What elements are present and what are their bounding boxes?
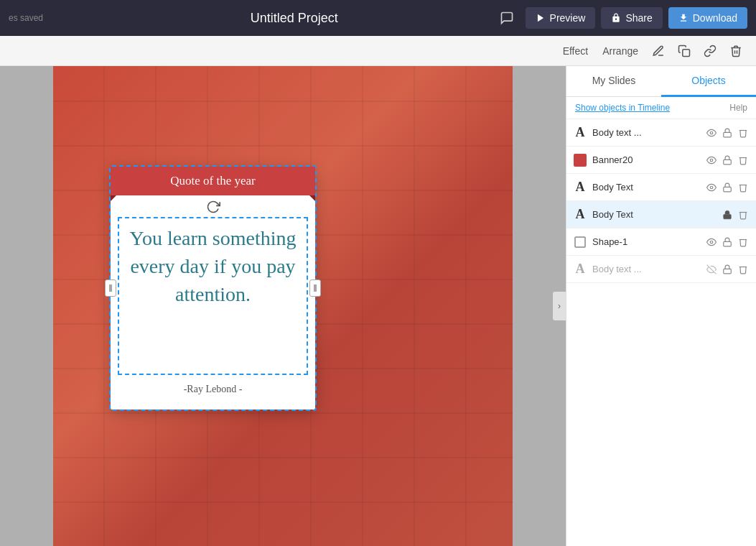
- delete-btn-3[interactable]: [736, 181, 750, 194]
- quote-author: -Ray Lebond -: [111, 384, 315, 395]
- arrange-label[interactable]: Arrange: [597, 42, 644, 60]
- main-layout: Quote of the year You learn something ev…: [0, 66, 756, 546]
- slide-canvas: Quote of the year You learn something ev…: [53, 66, 513, 546]
- download-button[interactable]: Download: [668, 7, 747, 29]
- object-name-6: Body text ...: [592, 264, 700, 274]
- object-icon-2: [572, 152, 588, 168]
- quote-text-container[interactable]: You learn something every day if you pay…: [118, 217, 308, 375]
- panel-tabs: My Slides Objects: [566, 66, 756, 97]
- tab-my-slides[interactable]: My Slides: [566, 66, 661, 97]
- object-controls-5: [704, 236, 750, 249]
- share-button[interactable]: Share: [601, 7, 662, 29]
- panel-header: Show objects in Timeline Help: [566, 97, 756, 119]
- object-controls-4: [720, 208, 750, 221]
- object-name-5: Shape-1: [592, 236, 700, 247]
- delete-btn-4[interactable]: [736, 208, 750, 221]
- object-controls-6: [704, 263, 750, 276]
- object-icon-4: A: [572, 207, 588, 223]
- object-controls-2: [704, 154, 750, 167]
- link-button[interactable]: [699, 41, 722, 61]
- objects-list: A Body text ...: [566, 119, 756, 546]
- style-button[interactable]: [647, 41, 670, 61]
- svg-rect-17: [724, 269, 732, 273]
- lock-btn-4[interactable]: [720, 208, 734, 221]
- svg-point-10: [710, 186, 713, 189]
- duplicate-button[interactable]: [673, 41, 696, 61]
- toolbar-actions: Effect Arrange: [557, 41, 747, 61]
- visibility-btn-5[interactable]: [704, 236, 719, 249]
- object-icon-5: [572, 234, 588, 250]
- comment-button[interactable]: [494, 6, 520, 29]
- lock-btn-3[interactable]: [720, 181, 734, 194]
- autosave-status: es saved: [9, 13, 95, 23]
- tab-objects[interactable]: Objects: [661, 66, 756, 97]
- topbar: es saved Untitled Project Preview Share …: [0, 0, 756, 36]
- svg-rect-9: [724, 159, 732, 164]
- quote-card[interactable]: Quote of the year You learn something ev…: [111, 167, 315, 410]
- preview-button[interactable]: Preview: [526, 7, 596, 29]
- resize-handle-right[interactable]: [309, 279, 321, 297]
- object-name-4: Body Text: [592, 209, 716, 220]
- svg-rect-11: [724, 187, 732, 191]
- object-name-3: Body Text: [592, 182, 700, 193]
- right-panel: My Slides Objects Show objects in Timeli…: [566, 66, 756, 546]
- canvas-area[interactable]: Quote of the year You learn something ev…: [0, 66, 566, 546]
- delete-btn-6[interactable]: [736, 263, 750, 276]
- object-controls-3: [704, 181, 750, 194]
- svg-rect-15: [724, 241, 732, 246]
- svg-rect-1: [683, 49, 690, 56]
- svg-rect-12: [724, 214, 732, 218]
- delete-btn-1[interactable]: [736, 126, 750, 139]
- topbar-actions: Preview Share Download: [494, 6, 747, 29]
- banner-ribbon: Quote of the year: [111, 167, 315, 195]
- project-title: Untitled Project: [95, 11, 494, 26]
- object-item-1[interactable]: A Body text ...: [566, 119, 756, 147]
- lock-btn-1[interactable]: [720, 126, 734, 139]
- object-item-5[interactable]: Shape-1: [566, 228, 756, 256]
- svg-point-6: [710, 131, 713, 134]
- quote-text: You learn something every day if you pay…: [125, 224, 301, 309]
- object-controls-1: [704, 126, 750, 139]
- lock-btn-2[interactable]: [720, 154, 734, 167]
- delete-btn-5[interactable]: [736, 236, 750, 249]
- object-name-1: Body text ...: [592, 127, 700, 138]
- object-icon-1: A: [572, 125, 588, 141]
- object-item-3[interactable]: A Body Text: [566, 174, 756, 201]
- svg-point-14: [710, 241, 713, 244]
- resize-handle-left[interactable]: [105, 279, 116, 297]
- svg-rect-7: [724, 132, 732, 136]
- rotate-handle[interactable]: [111, 200, 315, 214]
- visibility-btn-6[interactable]: [704, 263, 719, 276]
- object-icon-6: A: [572, 262, 588, 277]
- delete-button[interactable]: [724, 41, 747, 61]
- svg-rect-13: [575, 237, 585, 247]
- svg-marker-0: [537, 14, 543, 22]
- svg-point-8: [710, 159, 713, 162]
- object-icon-3: A: [572, 180, 588, 195]
- delete-btn-2[interactable]: [736, 154, 750, 167]
- show-timeline-link[interactable]: Show objects in Timeline: [575, 103, 670, 113]
- panel-collapse-arrow[interactable]: ›: [553, 292, 566, 320]
- object-item-6[interactable]: A Body text ...: [566, 256, 756, 283]
- visibility-btn-1[interactable]: [704, 126, 719, 139]
- visibility-btn-2[interactable]: [704, 154, 719, 167]
- toolbar: Effect Arrange: [0, 36, 756, 66]
- object-item-4[interactable]: A Body Text: [566, 201, 756, 228]
- lock-btn-6[interactable]: [720, 263, 734, 276]
- lock-btn-5[interactable]: [720, 236, 734, 249]
- help-link[interactable]: Help: [729, 103, 747, 113]
- visibility-btn-3[interactable]: [704, 181, 719, 194]
- effect-label[interactable]: Effect: [557, 42, 594, 60]
- object-item-2[interactable]: Banner20: [566, 147, 756, 174]
- object-name-2: Banner20: [592, 154, 700, 165]
